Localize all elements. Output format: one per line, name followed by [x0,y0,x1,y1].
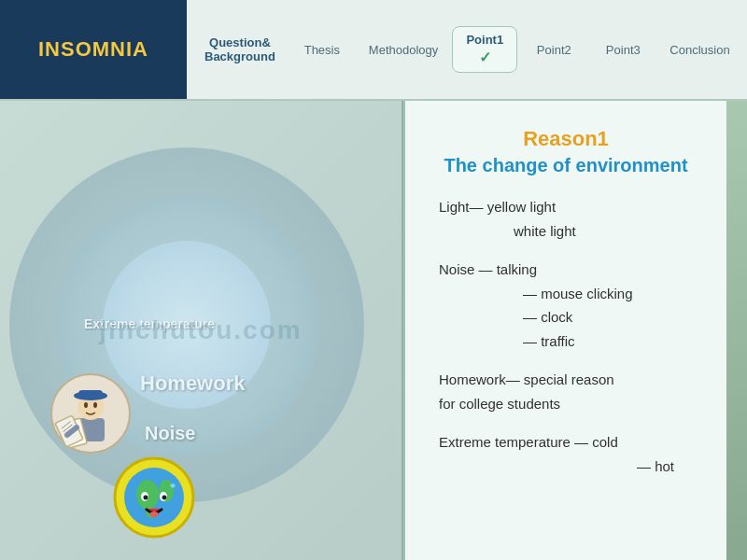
light-line1: Light— yellow light [439,195,693,219]
tab-point3[interactable]: Point3 [590,36,655,63]
globe-illustration [112,455,196,539]
content-block-light: Light— yellow light white light [439,195,693,243]
svg-point-21 [162,496,167,500]
svg-point-4 [93,402,97,408]
label-extreme-temperature: Extreme temperature [84,315,215,332]
noise-line1: Noise — talking [439,258,693,282]
content-block-noise: Noise — talking — mouse clicking — clock… [439,258,693,353]
right-panel: Reason1 The change of environment Light—… [403,101,726,560]
extreme-line1: Extreme temperature — cold [439,430,693,455]
svg-rect-11 [78,390,103,399]
tab-conclusion[interactable]: Conclusion [659,36,740,63]
label-noise: Noise [145,423,195,444]
noise-line4: — traffic [439,329,693,354]
main-content: Extreme temperature Homework Noise jinch… [0,101,747,560]
tab-point1[interactable]: Point1 ✓ [452,26,517,73]
noise-line3: — clock [439,305,693,329]
right-accent-bar [726,101,747,560]
homework-line2: for college students [439,392,693,416]
svg-point-22 [149,511,159,517]
person-illustration [49,371,133,455]
left-panel: Extreme temperature Homework Noise jinch… [0,101,402,560]
tab-question-background[interactable]: Question& Background [194,29,286,70]
reason-subtitle: The change of environment [439,155,693,176]
homework-line1: Homework— special reason [439,368,693,392]
checkmark-icon: ✓ [479,49,491,66]
noise-line2: — mouse clicking [439,282,693,306]
light-line2: white light [439,219,693,244]
content-block-homework: Homework— special reason for college stu… [439,368,693,415]
label-homework: Homework [140,371,245,396]
svg-point-3 [84,402,88,408]
tab-methodology[interactable]: Methodology [359,36,448,63]
content-block-extreme: Extreme temperature — cold — hot [439,430,693,478]
header: INSOMNIA Question& Background Thesis Met… [0,0,747,101]
extreme-line2: — hot [439,455,693,479]
tab-thesis[interactable]: Thesis [289,36,355,63]
brand-logo: INSOMNIA [0,0,187,99]
navigation-tabs: Question& Background Thesis Methodology … [187,0,747,99]
svg-point-20 [144,496,148,500]
reason-title: Reason1 [439,127,693,151]
tab-point2[interactable]: Point2 [521,36,586,63]
content-list: Light— yellow light white light Noise — … [439,195,693,478]
